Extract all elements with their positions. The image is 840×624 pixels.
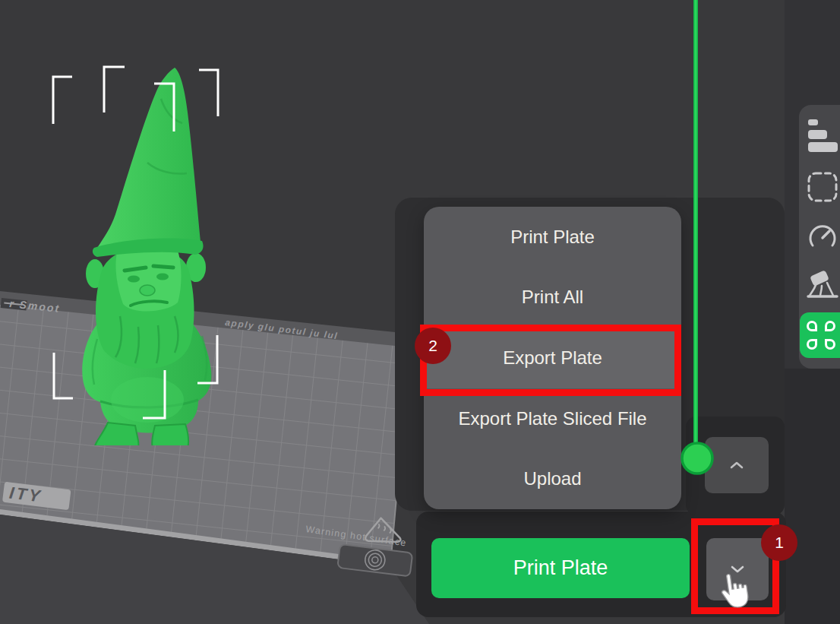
plate-corner-badge-text: ITY [8, 483, 43, 506]
gnome-nose [140, 285, 155, 296]
right-panel-background-lower [785, 369, 840, 624]
chevron-down-icon [731, 565, 744, 573]
gnome-model[interactable] [74, 65, 219, 445]
menu-item-print-plate[interactable]: Print Plate [424, 207, 681, 268]
object-list-icon[interactable] [805, 116, 840, 155]
gnome-hat [97, 68, 201, 248]
clover-glyph [807, 321, 835, 350]
print-dropdown-menu: Print Plate Print All Export Plate Expor… [424, 207, 681, 509]
speed-gauge-icon[interactable] [805, 217, 840, 257]
clover-pattern-icon[interactable] [800, 312, 840, 358]
slider-step-up-button[interactable] [705, 437, 769, 493]
viewport: r Smoot apply glu potul ju lul ITY Warni… [0, 0, 840, 624]
print-options-dropdown-button[interactable] [706, 538, 769, 600]
gnome-eye-left [128, 276, 140, 283]
gnome-belly [111, 377, 184, 423]
menu-item-upload[interactable]: Upload [424, 448, 681, 509]
menu-item-export-plate[interactable]: Export Plate [424, 328, 681, 388]
menu-item-print-all[interactable]: Print All [424, 268, 681, 328]
menu-item-export-plate-sliced-file[interactable]: Export Plate Sliced File [424, 388, 681, 449]
gnome-boot-right [152, 424, 188, 445]
gnome-boot-left [94, 423, 138, 445]
support-spotlight-icon[interactable] [805, 266, 840, 306]
gnome-eye-right [156, 274, 169, 280]
print-plate-button[interactable]: Print Plate [431, 538, 690, 598]
plate-marquee-icon[interactable] [805, 167, 840, 207]
chevron-up-icon [730, 461, 744, 469]
